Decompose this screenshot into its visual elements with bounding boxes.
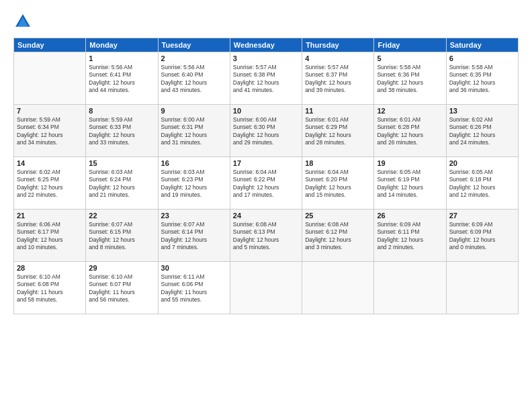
- day-number: 28: [17, 264, 83, 272]
- day-info: Sunrise: 6:09 AM Sunset: 6:11 PM Dayligh…: [377, 221, 443, 252]
- calendar-cell: 10Sunrise: 6:00 AM Sunset: 6:30 PM Dayli…: [230, 105, 302, 157]
- calendar-cell: 4Sunrise: 5:57 AM Sunset: 6:37 PM Daylig…: [302, 52, 374, 105]
- calendar-cell: 15Sunrise: 6:03 AM Sunset: 6:24 PM Dayli…: [86, 157, 158, 210]
- day-number: 16: [161, 159, 227, 167]
- calendar-cell: 16Sunrise: 6:03 AM Sunset: 6:23 PM Dayli…: [158, 157, 230, 210]
- calendar-cell: 23Sunrise: 6:07 AM Sunset: 6:14 PM Dayli…: [158, 210, 230, 262]
- day-info: Sunrise: 6:03 AM Sunset: 6:24 PM Dayligh…: [89, 169, 154, 199]
- day-info: Sunrise: 5:58 AM Sunset: 6:35 PM Dayligh…: [449, 64, 515, 95]
- day-number: 24: [233, 212, 299, 220]
- calendar-cell: 9Sunrise: 6:00 AM Sunset: 6:31 PM Daylig…: [158, 105, 230, 157]
- calendar-cell: 11Sunrise: 6:01 AM Sunset: 6:29 PM Dayli…: [302, 105, 374, 157]
- header-cell-saturday: Saturday: [446, 38, 518, 52]
- day-info: Sunrise: 6:02 AM Sunset: 6:26 PM Dayligh…: [449, 116, 515, 147]
- header-cell-sunday: Sunday: [14, 38, 86, 52]
- day-number: 7: [17, 107, 83, 115]
- calendar-week-3: 14Sunrise: 6:02 AM Sunset: 6:25 PM Dayli…: [14, 157, 519, 210]
- day-info: Sunrise: 6:08 AM Sunset: 6:12 PM Dayligh…: [305, 221, 371, 252]
- calendar-cell: 29Sunrise: 6:10 AM Sunset: 6:07 PM Dayli…: [86, 262, 158, 314]
- day-number: 3: [233, 54, 299, 62]
- day-number: 26: [377, 212, 443, 220]
- day-number: 29: [89, 264, 154, 272]
- day-info: Sunrise: 6:01 AM Sunset: 6:28 PM Dayligh…: [377, 116, 443, 147]
- calendar-cell: [230, 262, 302, 314]
- header: [13, 12, 519, 31]
- day-info: Sunrise: 6:11 AM Sunset: 6:06 PM Dayligh…: [161, 273, 227, 304]
- header-cell-tuesday: Tuesday: [158, 38, 230, 52]
- logo: [13, 12, 34, 31]
- calendar-cell: 19Sunrise: 6:05 AM Sunset: 6:19 PM Dayli…: [374, 157, 446, 210]
- calendar-table: SundayMondayTuesdayWednesdayThursdayFrid…: [13, 38, 519, 314]
- day-number: 13: [449, 107, 515, 115]
- calendar-week-2: 7Sunrise: 5:59 AM Sunset: 6:34 PM Daylig…: [14, 105, 519, 157]
- day-number: 10: [233, 107, 299, 115]
- day-number: 25: [305, 212, 371, 220]
- calendar-cell: [374, 262, 446, 314]
- day-info: Sunrise: 6:04 AM Sunset: 6:22 PM Dayligh…: [233, 169, 299, 199]
- day-info: Sunrise: 5:57 AM Sunset: 6:38 PM Dayligh…: [233, 64, 299, 95]
- logo-icon: [13, 12, 32, 31]
- day-number: 19: [377, 159, 443, 167]
- day-number: 18: [305, 159, 371, 167]
- day-info: Sunrise: 6:07 AM Sunset: 6:14 PM Dayligh…: [161, 221, 227, 252]
- calendar-cell: 28Sunrise: 6:10 AM Sunset: 6:08 PM Dayli…: [14, 262, 86, 314]
- header-cell-thursday: Thursday: [302, 38, 374, 52]
- header-cell-monday: Monday: [86, 38, 158, 52]
- day-info: Sunrise: 6:06 AM Sunset: 6:17 PM Dayligh…: [17, 221, 83, 252]
- day-number: 6: [449, 54, 515, 62]
- day-info: Sunrise: 5:59 AM Sunset: 6:33 PM Dayligh…: [89, 116, 154, 147]
- day-info: Sunrise: 6:04 AM Sunset: 6:20 PM Dayligh…: [305, 169, 371, 199]
- day-info: Sunrise: 6:10 AM Sunset: 6:07 PM Dayligh…: [89, 273, 154, 304]
- calendar-cell: 18Sunrise: 6:04 AM Sunset: 6:20 PM Dayli…: [302, 157, 374, 210]
- day-number: 9: [161, 107, 227, 115]
- day-number: 21: [17, 212, 83, 220]
- calendar-cell: 21Sunrise: 6:06 AM Sunset: 6:17 PM Dayli…: [14, 210, 86, 262]
- day-number: 17: [233, 159, 299, 167]
- calendar-body: 1Sunrise: 5:56 AM Sunset: 6:41 PM Daylig…: [14, 52, 519, 314]
- day-info: Sunrise: 6:02 AM Sunset: 6:25 PM Dayligh…: [17, 169, 83, 199]
- calendar-cell: [14, 52, 86, 105]
- calendar-cell: 6Sunrise: 5:58 AM Sunset: 6:35 PM Daylig…: [446, 52, 518, 105]
- day-number: 14: [17, 159, 83, 167]
- header-row: SundayMondayTuesdayWednesdayThursdayFrid…: [14, 38, 519, 52]
- calendar-cell: [446, 262, 518, 314]
- day-info: Sunrise: 5:59 AM Sunset: 6:34 PM Dayligh…: [17, 116, 83, 147]
- day-info: Sunrise: 6:10 AM Sunset: 6:08 PM Dayligh…: [17, 273, 83, 304]
- calendar-cell: 20Sunrise: 6:05 AM Sunset: 6:18 PM Dayli…: [446, 157, 518, 210]
- calendar-cell: 5Sunrise: 5:58 AM Sunset: 6:36 PM Daylig…: [374, 52, 446, 105]
- calendar-cell: 14Sunrise: 6:02 AM Sunset: 6:25 PM Dayli…: [14, 157, 86, 210]
- header-cell-wednesday: Wednesday: [230, 38, 302, 52]
- calendar-cell: 3Sunrise: 5:57 AM Sunset: 6:38 PM Daylig…: [230, 52, 302, 105]
- day-info: Sunrise: 5:58 AM Sunset: 6:36 PM Dayligh…: [377, 64, 443, 95]
- day-info: Sunrise: 6:00 AM Sunset: 6:30 PM Dayligh…: [233, 116, 299, 147]
- day-info: Sunrise: 5:56 AM Sunset: 6:41 PM Dayligh…: [89, 64, 154, 95]
- day-info: Sunrise: 5:57 AM Sunset: 6:37 PM Dayligh…: [305, 64, 371, 95]
- calendar-cell: 12Sunrise: 6:01 AM Sunset: 6:28 PM Dayli…: [374, 105, 446, 157]
- calendar-cell: 30Sunrise: 6:11 AM Sunset: 6:06 PM Dayli…: [158, 262, 230, 314]
- calendar-cell: 13Sunrise: 6:02 AM Sunset: 6:26 PM Dayli…: [446, 105, 518, 157]
- day-number: 2: [161, 54, 227, 62]
- calendar-cell: 17Sunrise: 6:04 AM Sunset: 6:22 PM Dayli…: [230, 157, 302, 210]
- day-info: Sunrise: 6:03 AM Sunset: 6:23 PM Dayligh…: [161, 169, 227, 199]
- calendar-cell: 26Sunrise: 6:09 AM Sunset: 6:11 PM Dayli…: [374, 210, 446, 262]
- day-info: Sunrise: 6:07 AM Sunset: 6:15 PM Dayligh…: [89, 221, 154, 252]
- day-number: 8: [89, 107, 154, 115]
- day-info: Sunrise: 6:09 AM Sunset: 6:09 PM Dayligh…: [449, 221, 515, 252]
- day-number: 1: [89, 54, 154, 62]
- day-number: 5: [377, 54, 443, 62]
- calendar-cell: 1Sunrise: 5:56 AM Sunset: 6:41 PM Daylig…: [86, 52, 158, 105]
- calendar-week-1: 1Sunrise: 5:56 AM Sunset: 6:41 PM Daylig…: [14, 52, 519, 105]
- calendar-cell: 27Sunrise: 6:09 AM Sunset: 6:09 PM Dayli…: [446, 210, 518, 262]
- day-number: 27: [449, 212, 515, 220]
- day-number: 12: [377, 107, 443, 115]
- day-number: 23: [161, 212, 227, 220]
- calendar-cell: 24Sunrise: 6:08 AM Sunset: 6:13 PM Dayli…: [230, 210, 302, 262]
- day-number: 20: [449, 159, 515, 167]
- day-number: 15: [89, 159, 154, 167]
- day-number: 30: [161, 264, 227, 272]
- calendar-week-4: 21Sunrise: 6:06 AM Sunset: 6:17 PM Dayli…: [14, 210, 519, 262]
- calendar-cell: 7Sunrise: 5:59 AM Sunset: 6:34 PM Daylig…: [14, 105, 86, 157]
- page: SundayMondayTuesdayWednesdayThursdayFrid…: [0, 0, 532, 411]
- calendar-header: SundayMondayTuesdayWednesdayThursdayFrid…: [14, 38, 519, 52]
- calendar-cell: [302, 262, 374, 314]
